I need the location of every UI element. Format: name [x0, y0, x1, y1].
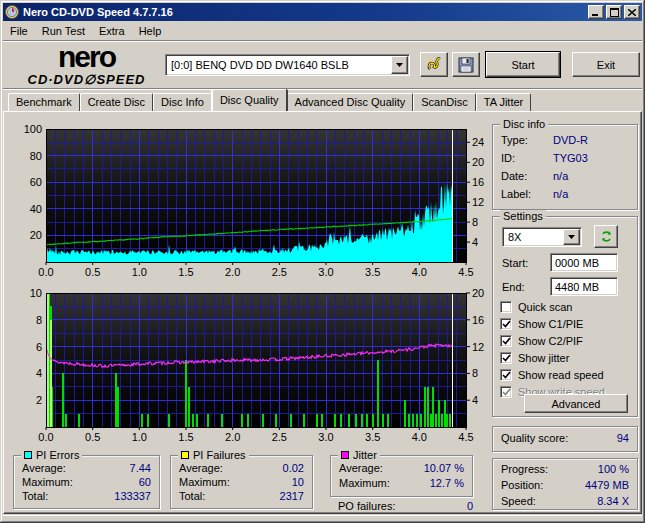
tab-create-disc[interactable]: Create Disc	[80, 93, 153, 111]
svg-text:4: 4	[36, 367, 42, 379]
svg-text:10: 10	[30, 288, 42, 299]
svg-text:4: 4	[472, 236, 478, 248]
tools-button[interactable]	[420, 52, 448, 77]
jitter-stats-title: Jitter	[338, 449, 380, 461]
title-bar[interactable]: Nero CD-DVD Speed 4.7.7.16	[3, 3, 642, 21]
svg-text:8: 8	[36, 314, 42, 326]
tab-disc-quality[interactable]: Disc Quality	[212, 89, 287, 111]
tab-scandisc[interactable]: ScanDisc	[413, 93, 475, 111]
minimize-button[interactable]	[588, 5, 604, 19]
jitter-swatch	[341, 451, 349, 459]
nero-logo-word: nero	[14, 42, 159, 72]
header-divider	[3, 88, 642, 90]
pi-failures-chart-svg: 108642201612840.00.51.01.52.02.53.03.54.…	[8, 288, 486, 443]
show-c2-pif-checkbox[interactable]: Show C2/PIF	[500, 334, 583, 348]
show-c1-pie-checkbox[interactable]: Show C1/PIE	[500, 317, 583, 331]
svg-text:24: 24	[472, 136, 484, 148]
svg-text:0.5: 0.5	[85, 431, 100, 443]
advanced-button-label: Advanced	[552, 398, 601, 410]
svg-text:4.0: 4.0	[412, 431, 427, 443]
save-icon	[458, 57, 474, 73]
svg-text:6: 6	[36, 341, 42, 353]
speed-select-value: 8X	[503, 231, 562, 243]
svg-text:2.0: 2.0	[225, 266, 240, 278]
svg-text:4.5: 4.5	[458, 431, 473, 443]
disc-info-title: Disc info	[500, 118, 548, 130]
svg-text:4.0: 4.0	[412, 266, 427, 278]
svg-text:12: 12	[472, 341, 484, 353]
svg-text:12: 12	[472, 196, 484, 208]
checkbox-box	[500, 352, 512, 364]
svg-text:20: 20	[30, 229, 42, 241]
drive-select[interactable]: [0:0] BENQ DVD DD DW1640 BSLB	[165, 54, 410, 76]
tab-disc-info[interactable]: Disc Info	[153, 93, 212, 111]
disc-date-row: Date:n/a	[501, 170, 629, 182]
window-title: Nero CD-DVD Speed 4.7.7.16	[23, 6, 586, 18]
disc-label-row: Label:n/a	[501, 188, 629, 200]
svg-text:4.5: 4.5	[458, 266, 473, 278]
menu-file[interactable]: File	[3, 23, 35, 39]
show-read-speed-checkbox[interactable]: Show read speed	[500, 368, 604, 382]
drive-select-arrow[interactable]	[391, 56, 408, 74]
nero-logo-subtitle: CD·DVD∅SPEED	[14, 73, 159, 86]
stat-row: Maximum:60	[22, 476, 151, 488]
nero-app-icon	[5, 5, 19, 19]
exit-button[interactable]: Exit	[572, 52, 640, 77]
stat-row: Average:7.44	[22, 462, 151, 474]
speed-row: Speed:8.34 X	[501, 495, 629, 507]
quick-scan-checkbox[interactable]: Quick scan	[500, 300, 572, 314]
save-button[interactable]	[452, 52, 480, 77]
svg-text:4: 4	[472, 394, 478, 406]
maximize-button[interactable]	[606, 5, 622, 19]
svg-text:3.5: 3.5	[365, 431, 380, 443]
chevron-down-icon	[396, 63, 403, 67]
pi-errors-chart: 1008060402024201612840.00.51.01.52.02.53…	[8, 120, 486, 280]
drive-select-value: [0:0] BENQ DVD DD DW1640 BSLB	[166, 59, 390, 71]
speed-select[interactable]: 8X	[502, 227, 582, 247]
checkbox-box	[500, 386, 512, 398]
nero-logo: nero CD·DVD∅SPEED	[14, 42, 159, 86]
tab-advanced-disc-quality[interactable]: Advanced Disc Quality	[287, 93, 414, 111]
start-button-label: Start	[511, 59, 534, 71]
show-jitter-checkbox[interactable]: Show jitter	[500, 351, 569, 365]
svg-text:20: 20	[472, 156, 484, 168]
start-button[interactable]: Start	[486, 52, 560, 77]
tab-benchmark[interactable]: Benchmark	[8, 93, 80, 111]
progress-box: Progress:100 % Position:4479 MB Speed:8.…	[492, 458, 638, 510]
advanced-button[interactable]: Advanced	[524, 394, 628, 413]
checkbox-box	[500, 318, 512, 330]
pi-failures-chart: 108642201612840.00.51.01.52.02.53.03.54.…	[8, 288, 486, 443]
svg-text:2.5: 2.5	[272, 431, 287, 443]
end-position-field[interactable]	[550, 277, 618, 296]
end-position-label: End:	[502, 281, 525, 293]
speed-select-arrow[interactable]	[563, 229, 580, 245]
pi-failures-stats-box: PI Failures Average:0.02 Maximum:10 Tota…	[170, 455, 313, 509]
menu-bar: File Run Test Extra Help	[3, 22, 642, 40]
menu-run-test[interactable]: Run Test	[35, 23, 92, 39]
refresh-speeds-button[interactable]	[594, 225, 618, 248]
svg-text:1.5: 1.5	[178, 266, 193, 278]
pi-errors-stats-box: PI Errors Average:7.44 Maximum:60 Total:…	[13, 455, 160, 509]
menu-help[interactable]: Help	[132, 23, 169, 39]
quality-score-row: Quality score:94	[501, 432, 629, 444]
stat-row: Average:10.07 %	[339, 462, 464, 474]
exit-button-label: Exit	[597, 59, 615, 71]
stat-row: Maximum:10	[179, 476, 304, 488]
pi-errors-chart-svg: 1008060402024201612840.00.51.01.52.02.53…	[8, 120, 486, 280]
svg-text:60: 60	[30, 176, 42, 188]
settings-title: Settings	[500, 210, 546, 222]
menu-extra[interactable]: Extra	[92, 23, 132, 39]
svg-text:1.5: 1.5	[178, 431, 193, 443]
svg-text:0.5: 0.5	[85, 266, 100, 278]
stat-row: Total:133337	[22, 490, 151, 502]
svg-text:3.0: 3.0	[318, 431, 333, 443]
tab-ta-jitter[interactable]: TA Jitter	[476, 93, 532, 111]
close-button[interactable]	[624, 5, 640, 19]
pi-failures-swatch	[181, 451, 189, 459]
refresh-icon	[600, 230, 613, 243]
po-failures-row: PO failures:0	[338, 500, 473, 512]
position-row: Position:4479 MB	[501, 479, 629, 491]
checkbox-box	[500, 335, 512, 347]
checkbox-box	[500, 301, 512, 313]
start-position-field[interactable]	[550, 253, 618, 272]
